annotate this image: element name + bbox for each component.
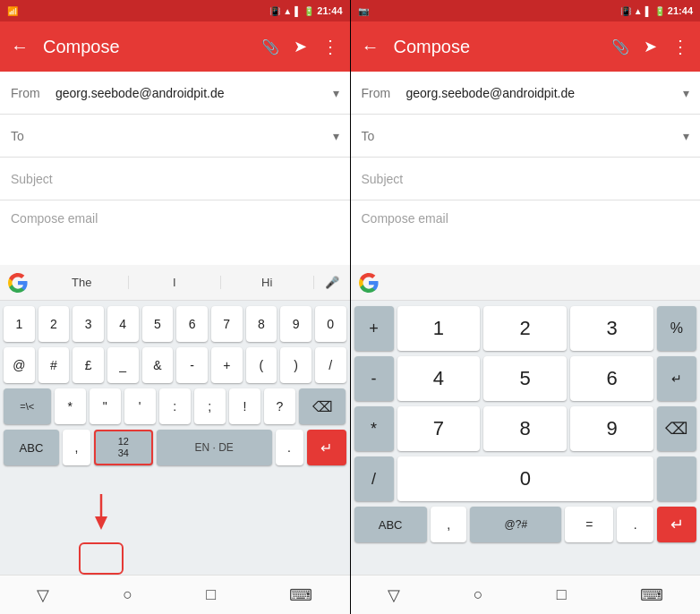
key-ampersand[interactable]: &: [142, 347, 174, 383]
numpad-6[interactable]: 6: [570, 356, 653, 401]
annotation-arrow: [92, 494, 110, 533]
nav-recent-icon-right[interactable]: □: [550, 578, 574, 611]
back-button[interactable]: ←: [7, 33, 32, 61]
key-squote[interactable]: ': [124, 388, 156, 424]
key-dash[interactable]: -: [176, 347, 208, 383]
key-open-paren[interactable]: (: [246, 347, 277, 383]
numpad-symbols[interactable]: @?#: [470, 507, 561, 542]
numpad-3[interactable]: 3: [570, 306, 653, 351]
numpad-divslash[interactable]: /: [354, 456, 394, 501]
key-underscore[interactable]: _: [107, 347, 139, 383]
to-row[interactable]: To ▾: [0, 115, 350, 158]
suggestion-hi[interactable]: Hi: [221, 276, 314, 289]
key-9[interactable]: 9: [280, 306, 312, 342]
key-7[interactable]: 7: [211, 306, 243, 342]
numpad-enter[interactable]: ↵: [657, 507, 696, 542]
key-asterisk[interactable]: *: [55, 388, 86, 424]
screenshot-icon: 📷: [358, 6, 369, 16]
send-button[interactable]: ➤: [290, 33, 311, 60]
numpad-2[interactable]: 2: [483, 306, 567, 351]
key-close-paren[interactable]: ): [280, 347, 312, 383]
numpad-1[interactable]: 1: [397, 306, 481, 351]
nav-back-icon-right[interactable]: ▽: [380, 578, 407, 612]
key-2[interactable]: 2: [38, 306, 70, 342]
suggestion-i[interactable]: I: [129, 276, 222, 289]
body-row-right[interactable]: Compose email: [351, 200, 701, 265]
battery-icon: 🔋: [303, 6, 314, 16]
symbol-row-2: =\< * " ' : ; ! ? ⌫: [4, 388, 346, 424]
key-plus[interactable]: +: [211, 347, 243, 383]
suggestion-the[interactable]: The: [36, 276, 129, 289]
numpad-comma[interactable]: ,: [431, 507, 467, 542]
key-semicolon[interactable]: ;: [194, 388, 226, 424]
from-chevron-icon[interactable]: ▾: [333, 86, 339, 100]
key-enter[interactable]: ↵: [307, 430, 346, 465]
key-at[interactable]: @: [4, 347, 35, 383]
numpad-7[interactable]: 7: [397, 406, 481, 451]
nav-keyboard-icon-right[interactable]: ⌨: [633, 578, 670, 612]
nav-back-icon[interactable]: ▽: [30, 578, 56, 612]
suggestions-bar-right: [351, 265, 701, 301]
numpad-minus[interactable]: -: [354, 356, 394, 401]
key-1[interactable]: 1: [4, 306, 35, 342]
signal-icon-r: ▌: [645, 6, 652, 16]
from-value[interactable]: georg.seebode@androidpit.de: [55, 86, 333, 100]
key-4[interactable]: 4: [107, 306, 139, 342]
to-chevron-right[interactable]: ▾: [683, 129, 689, 143]
key-slash[interactable]: /: [315, 347, 346, 383]
key-period-right[interactable]: .: [276, 430, 303, 465]
from-row-right: From georg.seebode@androidpit.de ▾: [351, 72, 701, 115]
key-3[interactable]: 3: [73, 306, 104, 342]
numpad-return-key[interactable]: ↵: [657, 356, 696, 401]
key-numbers-toggle[interactable]: 1234: [94, 430, 153, 465]
numpad-0-large[interactable]: 0: [397, 456, 654, 501]
to-row-right[interactable]: To ▾: [351, 115, 701, 158]
attach-button[interactable]: 📎: [258, 35, 283, 59]
key-6[interactable]: 6: [176, 306, 208, 342]
subject-placeholder: Subject: [11, 172, 53, 186]
mic-button[interactable]: 🎤: [314, 276, 350, 289]
numpad-equals[interactable]: =: [565, 507, 613, 542]
numpad-9[interactable]: 9: [570, 406, 653, 451]
to-chevron-icon[interactable]: ▾: [333, 129, 339, 143]
key-equals-backslash[interactable]: =\<: [4, 388, 51, 424]
key-8[interactable]: 8: [246, 306, 277, 342]
back-button-right[interactable]: ←: [358, 33, 383, 61]
numpad-abc[interactable]: ABC: [354, 507, 427, 542]
numpad-keyboard: + 1 2 3 % - 4 5 6 ↵ * 7 8 9 ⌫: [351, 265, 701, 575]
key-language[interactable]: EN · DE: [157, 430, 272, 465]
key-hash[interactable]: #: [38, 347, 70, 383]
key-delete[interactable]: ⌫: [299, 388, 346, 424]
key-pound[interactable]: £: [73, 347, 104, 383]
key-colon[interactable]: :: [159, 388, 191, 424]
numpad-5[interactable]: 5: [483, 356, 567, 401]
numpad-dot[interactable]: .: [617, 507, 653, 542]
numpad-percent[interactable]: %: [657, 306, 696, 351]
key-comma[interactable]: ,: [63, 430, 90, 465]
key-question[interactable]: ?: [264, 388, 295, 424]
nav-home-icon-right[interactable]: ○: [466, 578, 491, 611]
subject-row-right[interactable]: Subject: [351, 158, 701, 200]
subject-row[interactable]: Subject: [0, 158, 350, 200]
more-button[interactable]: ⋮: [318, 32, 343, 61]
nav-home-icon[interactable]: ○: [115, 578, 140, 611]
from-chevron-right[interactable]: ▾: [683, 86, 689, 100]
key-exclaim[interactable]: !: [229, 388, 260, 424]
key-5[interactable]: 5: [142, 306, 174, 342]
key-0[interactable]: 0: [315, 306, 346, 342]
numpad-delete[interactable]: ⌫: [657, 406, 696, 451]
send-button-right[interactable]: ➤: [640, 33, 661, 60]
numpad-4[interactable]: 4: [397, 356, 481, 401]
body-row[interactable]: Compose email: [0, 200, 350, 265]
numpad-8[interactable]: 8: [483, 406, 567, 451]
attach-button-right[interactable]: 📎: [608, 35, 633, 59]
nav-keyboard-icon[interactable]: ⌨: [282, 578, 320, 612]
nav-recent-icon[interactable]: □: [199, 578, 223, 611]
key-abc[interactable]: ABC: [4, 430, 59, 465]
key-dquote[interactable]: ": [90, 388, 121, 424]
more-button-right[interactable]: ⋮: [668, 32, 693, 61]
time-display: 21:44: [317, 5, 342, 16]
numpad-asterisk[interactable]: *: [354, 406, 394, 451]
from-value-right[interactable]: georg.seebode@androidpit.de: [406, 86, 684, 100]
numpad-plus[interactable]: +: [354, 306, 394, 351]
